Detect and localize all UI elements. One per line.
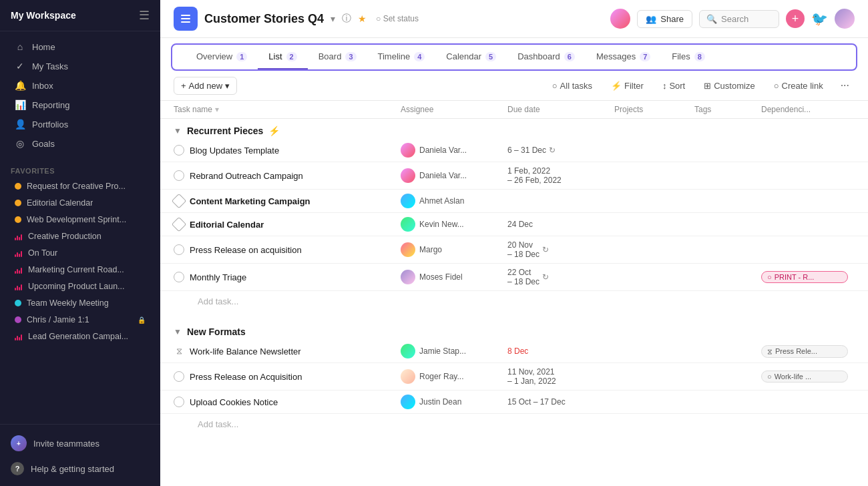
- dep-icon: ○: [767, 273, 772, 281]
- tab-calendar[interactable]: Calendar5: [435, 45, 507, 69]
- task-name[interactable]: Press Release on acquisition: [190, 245, 302, 255]
- assignee-avatar: [401, 369, 415, 384]
- dependency-badge[interactable]: ⧖Press Rele...: [761, 345, 848, 358]
- add-button[interactable]: +: [786, 9, 805, 28]
- dot-icon: [15, 300, 21, 306]
- sort-button[interactable]: ↕ Sort: [656, 77, 692, 94]
- share-button[interactable]: 👥 Share: [637, 10, 692, 28]
- user-avatar[interactable]: [835, 9, 855, 29]
- home-icon: ⌂: [15, 41, 25, 52]
- dependency-badge[interactable]: ○Work-life ...: [761, 371, 848, 383]
- project-title-chevron[interactable]: ▾: [331, 13, 335, 24]
- sidebar-item-my-tasks[interactable]: ✓ My Tasks: [4, 57, 156, 75]
- task-name[interactable]: Upload Cookies Notice: [190, 397, 278, 407]
- invite-teammates-button[interactable]: + Invite teammates: [0, 430, 160, 457]
- section-header-new-formats[interactable]: ▼ New Formats: [160, 320, 868, 340]
- assignee-name: Daniela Var...: [419, 171, 467, 180]
- dot-icon: [15, 183, 21, 190]
- sidebar-item-home[interactable]: ⌂ Home: [4, 37, 156, 56]
- task-check-circle[interactable]: [174, 371, 184, 382]
- add-task-button[interactable]: Add task...: [160, 414, 868, 435]
- set-status-button[interactable]: ○ Set status: [376, 14, 419, 23]
- tab-list[interactable]: List2: [258, 45, 307, 69]
- task-name[interactable]: Work-life Balance Newsletter: [190, 346, 301, 356]
- sidebar-item-inbox[interactable]: 🔔 Inbox: [4, 76, 156, 95]
- recur-icon: ↻: [542, 245, 549, 254]
- task-check-milestone[interactable]: [172, 217, 187, 232]
- task-check-circle[interactable]: [174, 397, 184, 407]
- tab-num: 6: [564, 52, 575, 61]
- sidebar-item-fav-8[interactable]: Team Weekly Meeting: [4, 295, 156, 311]
- sidebar-item-fav-9[interactable]: Chris / Jamie 1:1🔒: [4, 312, 156, 328]
- tab-board[interactable]: Board3: [308, 45, 367, 69]
- dependency-badge[interactable]: ○PRINT - R...: [761, 271, 848, 283]
- task-check-circle[interactable]: [174, 244, 184, 255]
- search-box[interactable]: 🔍 Search: [699, 10, 779, 28]
- add-task-label: Add task...: [198, 419, 238, 429]
- fav-label: Upcoming Product Laun...: [28, 282, 125, 291]
- sidebar-bottom: + Invite teammates ? Help & getting star…: [0, 424, 160, 486]
- assignee-avatar: [401, 217, 415, 232]
- sidebar-item-fav-6[interactable]: Marketing Current Road...: [4, 262, 156, 278]
- filter-button[interactable]: ⚡ Filter: [604, 77, 650, 94]
- task-check-circle[interactable]: [174, 170, 184, 181]
- customize-button[interactable]: ⊞ Customize: [697, 77, 761, 94]
- task-name[interactable]: Monthly Triage: [190, 272, 246, 282]
- fav-label: Editorial Calendar: [27, 198, 93, 208]
- all-tasks-button[interactable]: ○ All tasks: [546, 77, 599, 94]
- task-check-waiting[interactable]: ⧖: [174, 346, 184, 356]
- due-date-cell: 24 Dec: [507, 220, 614, 229]
- task-check-circle[interactable]: [174, 145, 184, 156]
- section-header-recurrent-pieces[interactable]: ▼ Recurrent Pieces ⚡: [160, 119, 868, 139]
- add-new-button[interactable]: + Add new ▾: [174, 77, 237, 95]
- sidebar-item-fav-10[interactable]: Lead Generation Campai...: [4, 328, 156, 344]
- task-check-milestone[interactable]: [172, 194, 187, 209]
- assignee-cell: Roger Ray...: [401, 369, 507, 384]
- add-task-button[interactable]: Add task...: [160, 291, 868, 312]
- task-name-cell: Blog Updates Template: [174, 145, 401, 156]
- circle-icon: ○: [552, 81, 558, 91]
- sidebar-item-fav-2[interactable]: Editorial Calendar: [4, 195, 156, 211]
- sidebar-item-fav-5[interactable]: On Tour: [4, 245, 156, 261]
- sidebar-item-fav-7[interactable]: Upcoming Product Laun...: [4, 278, 156, 294]
- star-icon[interactable]: ★: [358, 13, 367, 24]
- create-link-button[interactable]: ○ Create link: [767, 77, 830, 94]
- sidebar-item-goals[interactable]: ◎ Goals: [4, 134, 156, 153]
- sidebar-item-fav-4[interactable]: Creative Production: [4, 228, 156, 244]
- section-title: Recurrent Pieces: [187, 126, 263, 136]
- assignee-name: Daniela Var...: [419, 146, 467, 155]
- sidebar-item-portfolios[interactable]: 👤 Portfolios: [4, 115, 156, 134]
- tab-messages[interactable]: Messages7: [586, 45, 661, 69]
- more-options-button[interactable]: ···: [835, 76, 855, 95]
- task-name[interactable]: Press Release on Acquisition: [190, 372, 302, 382]
- task-name[interactable]: Rebrand Outreach Campaign: [190, 171, 303, 181]
- info-icon[interactable]: ⓘ: [342, 13, 351, 25]
- task-name[interactable]: Editorial Calendar: [190, 220, 264, 230]
- tab-dashboard[interactable]: Dashboard6: [507, 45, 586, 69]
- sidebar-item-reporting[interactable]: 📊 Reporting: [4, 95, 156, 114]
- tab-timeline[interactable]: Timeline4: [367, 45, 436, 69]
- tab-overview[interactable]: Overview1: [186, 45, 258, 69]
- due-date-cell: 20 Nov– 18 Dec↻: [507, 240, 614, 259]
- help-button[interactable]: ? Help & getting started: [0, 457, 160, 481]
- dep-label: Work-life ...: [775, 373, 811, 381]
- tab-num: 5: [485, 52, 496, 61]
- sidebar-item-fav-3[interactable]: Web Development Sprint...: [4, 212, 156, 228]
- tab-num: 1: [236, 52, 247, 61]
- task-name[interactable]: Blog Updates Template: [190, 146, 279, 156]
- tab-num: 7: [640, 52, 650, 61]
- dot-icon: [15, 216, 21, 223]
- dependencies-cell: ○Work-life ...: [761, 371, 855, 383]
- task-name[interactable]: Content Marketing Campaign: [190, 196, 310, 206]
- tab-files[interactable]: Files8: [661, 45, 716, 69]
- due-date: 22 Oct– 18 Dec: [507, 268, 539, 286]
- task-check-circle[interactable]: [174, 272, 184, 282]
- collapse-icon: ▼: [174, 327, 182, 336]
- assignee-name: Kevin New...: [419, 220, 464, 229]
- sidebar-toggle-button[interactable]: ☰: [139, 8, 150, 23]
- sidebar-item-fav-1[interactable]: Request for Creative Pro...: [4, 178, 156, 194]
- task-name-cell: Editorial Calendar: [174, 219, 401, 230]
- workspace-name: My Workspace: [11, 10, 76, 21]
- chart-icon: 📊: [15, 99, 25, 110]
- due-date-cell: 6 – 31 Dec↻: [507, 146, 614, 155]
